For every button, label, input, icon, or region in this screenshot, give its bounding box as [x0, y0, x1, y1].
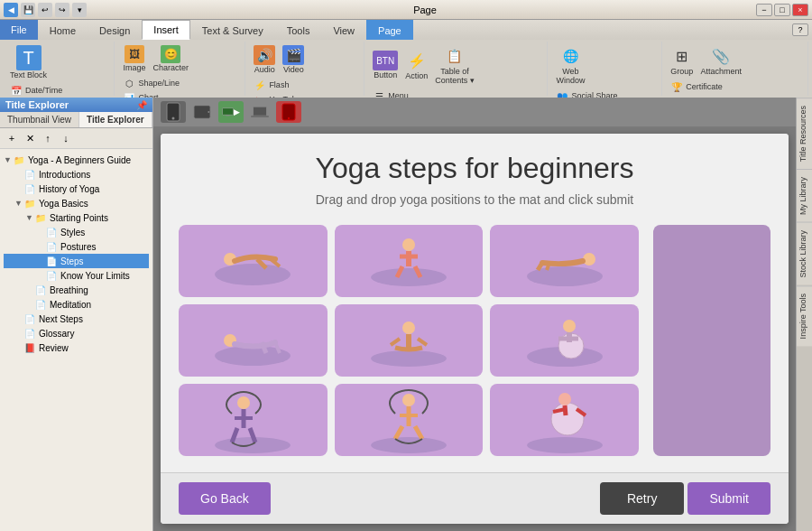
tab-insert[interactable]: Insert	[142, 20, 190, 40]
tree-label-starting-points: Starting Points	[50, 213, 108, 223]
tree-item-glossary[interactable]: 📄 Glossary	[4, 326, 149, 340]
folder-icon-basics: 📁	[23, 197, 36, 210]
add-item-button[interactable]: +	[4, 130, 20, 146]
action-button[interactable]: ⚡ Action	[402, 48, 430, 82]
svg-point-13	[402, 238, 415, 251]
tree-item-steps[interactable]: 📄 Steps	[4, 254, 149, 268]
datetime-button[interactable]: 📅 Date/Time	[7, 83, 78, 98]
tree-item-breathing[interactable]: 📄 Breathing	[4, 283, 149, 297]
yoga-mat-5[interactable]	[335, 304, 484, 377]
device-tab-mobile2[interactable]	[276, 101, 301, 123]
yoga-drop-zone[interactable]	[653, 225, 770, 456]
quick-access-3[interactable]: ↪	[55, 3, 69, 17]
tree-label-history: History of Yoga	[39, 184, 99, 194]
expand-icon[interactable]: ▼	[4, 155, 13, 164]
tree-item-history[interactable]: 📄 History of Yoga	[4, 182, 149, 196]
flash-button[interactable]: ⚡ Flash	[251, 78, 314, 92]
tab-tools[interactable]: Tools	[275, 20, 322, 40]
tab-design[interactable]: Design	[88, 20, 142, 40]
web-window-icon: 🌐	[559, 45, 581, 67]
tree-item-meditation[interactable]: 📄 Meditation	[4, 297, 149, 312]
audio-button[interactable]: 🔊 Audio	[251, 43, 278, 76]
page-icon-steps: 📄	[45, 255, 58, 267]
video-button[interactable]: 🎬 Video	[280, 43, 307, 76]
tab-page[interactable]: Page	[366, 20, 413, 40]
yoga-mat-9[interactable]	[490, 384, 639, 456]
maximize-button[interactable]: □	[774, 4, 790, 16]
web-window-button[interactable]: 🌐 Web Window	[553, 43, 587, 87]
device-tab-mobile1[interactable]	[161, 101, 186, 123]
device-tab-tablet[interactable]	[189, 101, 215, 123]
text-block-button[interactable]: T Text Block	[7, 43, 50, 81]
move-down-button[interactable]: ↓	[58, 130, 74, 146]
go-back-button[interactable]: Go Back	[179, 482, 271, 515]
quick-access-1[interactable]: 💾	[21, 3, 35, 17]
move-up-button[interactable]: ↑	[40, 130, 56, 146]
right-tab-stock-library[interactable]: Stock Library	[797, 222, 812, 285]
tab-home[interactable]: Home	[38, 20, 88, 40]
tree-label-styles: Styles	[60, 228, 85, 238]
tree-label-postures: Postures	[60, 242, 96, 252]
delete-item-button[interactable]: ✕	[22, 130, 38, 146]
page-icon-meditation: 📄	[34, 298, 47, 311]
canvas-area: ▶ Yoga steps for beginners Drag and drop…	[153, 98, 796, 531]
tree-label-next-steps: Next Steps	[39, 314, 83, 324]
attachment-button[interactable]: 📎 Attachment	[697, 43, 744, 78]
tree-label-review: Review	[39, 343, 69, 353]
title-bar: ◀ 💾 ↩ ↪ ▾ Page − □ ×	[0, 0, 812, 20]
tab-view[interactable]: View	[321, 20, 366, 40]
quick-access-2[interactable]: ↩	[38, 3, 52, 17]
svg-rect-2	[194, 106, 210, 119]
tree-item-postures[interactable]: 📄 Postures	[4, 239, 149, 254]
certificate-button[interactable]: 🏆 Certificate	[668, 79, 740, 94]
tree-item-review[interactable]: 📕 Review	[4, 340, 149, 355]
close-button[interactable]: ×	[792, 4, 808, 16]
certificate-icon: 🏆	[669, 80, 684, 93]
yoga-mat-2[interactable]	[335, 225, 484, 297]
tree-item-introductions[interactable]: 📄 Introductions	[4, 167, 149, 182]
tree-item-root[interactable]: ▼ 📁 Yoga - A Beginners Guide	[4, 153, 149, 167]
retry-button[interactable]: Retry	[600, 482, 684, 515]
minimize-button[interactable]: −	[756, 4, 772, 16]
page-icon-breathing: 📄	[34, 284, 47, 296]
yoga-mat-4[interactable]	[179, 304, 328, 377]
page-icon-introductions: 📄	[23, 168, 36, 181]
character-button[interactable]: 😊 Character	[150, 43, 191, 74]
button-button[interactable]: BTN Button	[370, 49, 401, 81]
quick-access-4[interactable]: ▾	[72, 3, 87, 17]
tab-file[interactable]: File	[0, 20, 38, 40]
right-tab-title-resources[interactable]: Title Resources	[797, 98, 812, 169]
yoga-mat-6[interactable]	[490, 304, 639, 377]
panel-toolbar: + ✕ ↑ ↓	[0, 128, 152, 149]
expand-yoga-basics[interactable]: ▼	[14, 199, 23, 208]
expand-starting-points[interactable]: ▼	[25, 213, 34, 222]
folder-icon-starting: 📁	[34, 211, 47, 224]
tab-thumbnail-view[interactable]: Thumbnail View	[0, 112, 79, 127]
yoga-mat-8[interactable]	[335, 384, 484, 456]
submit-button[interactable]: Submit	[687, 482, 770, 515]
tree-item-next-steps[interactable]: 📄 Next Steps	[4, 312, 149, 326]
tree-item-know-limits[interactable]: 📄 Know Your Limits	[4, 268, 149, 283]
app-icon: ◀	[4, 3, 18, 17]
tab-text-survey[interactable]: Text & Survey	[190, 20, 275, 40]
tab-title-explorer[interactable]: Title Explorer	[79, 112, 152, 127]
yoga-grid-area	[179, 225, 770, 456]
image-button[interactable]: 🖼 Image	[120, 43, 148, 74]
tree-item-starting-points[interactable]: ▼ 📁 Starting Points	[4, 210, 149, 225]
tree-item-yoga-basics[interactable]: ▼ 📁 Yoga Basics	[4, 196, 149, 210]
toc-button[interactable]: 📋 Table of Contents ▾	[432, 43, 477, 87]
right-tab-my-library[interactable]: My Library	[797, 169, 812, 222]
image-icon: 🖼	[125, 45, 144, 63]
device-tab-laptop[interactable]	[247, 101, 272, 123]
ribbon-help[interactable]: ?	[792, 23, 808, 36]
tree-item-styles[interactable]: 📄 Styles	[4, 225, 149, 239]
yoga-mat-7[interactable]	[179, 384, 328, 456]
panel-pin-icon: 📌	[136, 100, 147, 110]
yoga-mat-1[interactable]	[179, 225, 328, 297]
shape-line-button[interactable]: ⬡ Shape/Line	[120, 76, 181, 90]
yoga-mat-3[interactable]	[490, 225, 639, 297]
folder-icon: 📁	[13, 154, 25, 166]
device-tab-desktop[interactable]: ▶	[218, 101, 244, 123]
right-tab-inspire-tools[interactable]: Inspire Tools	[797, 285, 812, 346]
group-button[interactable]: ⊞ Group	[668, 43, 696, 78]
